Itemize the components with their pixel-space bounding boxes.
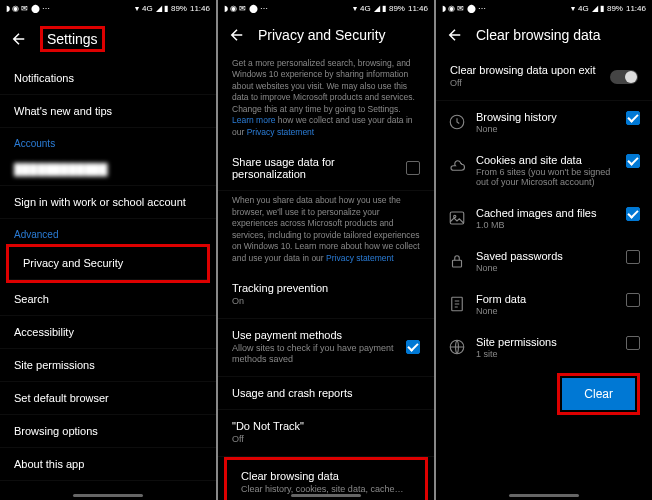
lock-icon	[448, 252, 466, 270]
passwords-checkbox[interactable]	[626, 250, 640, 264]
history-icon	[448, 113, 466, 131]
privacy-screen: ◗ ◉ ✉ ⬤ ⋯ ▾ 4G ◢ ▮89% 11:46 Privacy and …	[218, 0, 434, 500]
gesture-bar	[73, 494, 143, 497]
row-formdata[interactable]: Form dataNone	[436, 283, 652, 326]
row-browsing-history[interactable]: Browsing historyNone	[436, 101, 652, 144]
row-notifications[interactable]: Notifications	[0, 62, 216, 95]
row-browsing[interactable]: Browsing options	[0, 415, 216, 448]
row-siteperms[interactable]: Site permissions	[0, 349, 216, 382]
row-about[interactable]: About this app	[0, 448, 216, 481]
cache-checkbox[interactable]	[626, 207, 640, 221]
row-cache[interactable]: Cached images and files1.0 MB	[436, 197, 652, 240]
formdata-checkbox[interactable]	[626, 293, 640, 307]
row-passwords[interactable]: Saved passwordsNone	[436, 240, 652, 283]
row-account[interactable]: ████████████	[0, 153, 216, 186]
share-desc: When you share data about how you use th…	[218, 191, 434, 272]
page-title: Settings	[47, 31, 98, 47]
row-cookies[interactable]: Cookies and site dataFrom 6 sites (you w…	[436, 144, 652, 197]
row-defaultbrowser[interactable]: Set default browser	[0, 382, 216, 415]
row-accessibility[interactable]: Accessibility	[0, 316, 216, 349]
siteperms-checkbox[interactable]	[626, 336, 640, 350]
row-payment[interactable]: Use payment methods Allow sites to check…	[218, 319, 434, 377]
page-title: Clear browsing data	[476, 27, 601, 43]
cookies-checkbox[interactable]	[626, 154, 640, 168]
row-site-permissions[interactable]: Site permissions1 site	[436, 326, 652, 369]
privacy-statement-link-2[interactable]: Privacy statement	[326, 253, 394, 263]
gesture-bar	[509, 494, 579, 497]
status-bar: ◗ ◉ ✉ ⬤ ⋯ ▾ 4G ◢ ▮89% 11:46	[436, 0, 652, 16]
row-share-usage[interactable]: Share usage data for personalization	[218, 146, 434, 191]
svg-rect-3	[453, 260, 462, 267]
row-tracking[interactable]: Tracking prevention On	[218, 272, 434, 319]
svg-rect-1	[450, 212, 464, 224]
form-icon	[448, 295, 466, 313]
section-accounts: Accounts	[0, 128, 216, 153]
row-signin[interactable]: Sign in with work or school account	[0, 186, 216, 219]
history-checkbox[interactable]	[626, 111, 640, 125]
gesture-bar	[291, 494, 361, 497]
payment-checkbox[interactable]	[406, 340, 420, 354]
row-clear-on-exit[interactable]: Clear browsing data upon exit Off	[436, 54, 652, 101]
back-icon[interactable]	[446, 26, 464, 44]
clear-on-exit-toggle[interactable]	[610, 70, 638, 84]
back-icon[interactable]	[10, 30, 28, 48]
globe-icon	[448, 338, 466, 356]
cloud-icon	[448, 156, 466, 174]
page-title: Privacy and Security	[258, 27, 386, 43]
settings-screen: ◗ ◉ ✉ ⬤ ⋯ ▾ 4G ◢ ▮89% 11:46 Settings Not…	[0, 0, 216, 500]
status-bar: ◗ ◉ ✉ ⬤ ⋯ ▾ 4G ◢ ▮89% 11:46	[218, 0, 434, 16]
share-usage-checkbox[interactable]	[406, 161, 420, 175]
status-bar: ◗ ◉ ✉ ⬤ ⋯ ▾ 4G ◢ ▮89% 11:46	[0, 0, 216, 16]
row-usage-crash[interactable]: Usage and crash reports	[218, 377, 434, 410]
section-advanced: Advanced	[0, 219, 216, 244]
row-privacy[interactable]: Privacy and Security	[9, 247, 207, 280]
image-icon	[448, 209, 466, 227]
row-search[interactable]: Search	[0, 283, 216, 316]
learn-more-link[interactable]: Learn more	[232, 115, 275, 125]
row-whatsnew[interactable]: What's new and tips	[0, 95, 216, 128]
back-icon[interactable]	[228, 26, 246, 44]
clear-button[interactable]: Clear	[562, 378, 635, 410]
privacy-statement-link[interactable]: Privacy statement	[247, 127, 315, 137]
row-dnt[interactable]: "Do Not Track" Off	[218, 410, 434, 457]
clear-browsing-data-screen: ◗ ◉ ✉ ⬤ ⋯ ▾ 4G ◢ ▮89% 11:46 Clear browsi…	[436, 0, 652, 500]
personalize-desc: Get a more personalized search, browsing…	[218, 54, 434, 146]
